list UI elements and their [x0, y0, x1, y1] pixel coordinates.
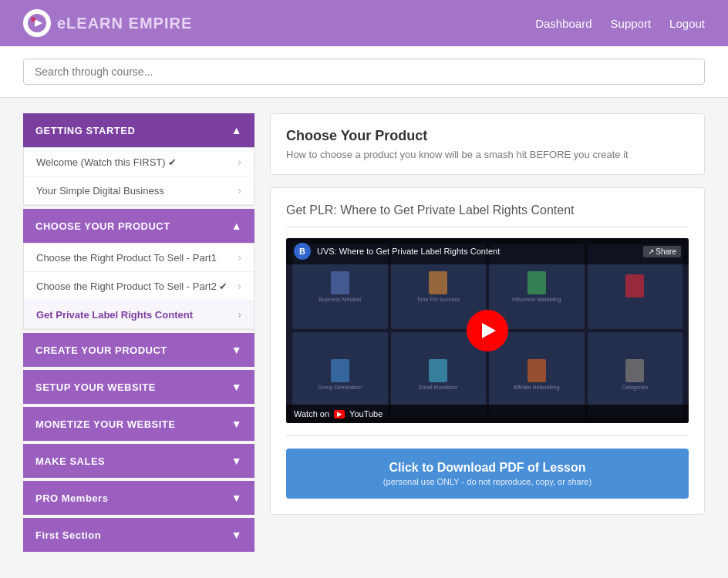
chevron-down-icon: ▼ — [231, 492, 242, 504]
sidebar: GETTING STARTED ▲ Welcome (Watch this FI… — [23, 113, 254, 552]
play-button[interactable] — [467, 310, 508, 351]
sidebar-getting-started-items: Welcome (Watch this FIRST) ✔ › Your Simp… — [23, 147, 254, 206]
download-pdf-button[interactable]: Click to Download PDF of Lesson (persona… — [286, 449, 689, 499]
chevron-right-icon: › — [238, 308, 241, 321]
content-card: Get PLR: Where to Get Private Label Righ… — [270, 187, 705, 515]
sidebar-item-product-part1[interactable]: Choose the Right Product To Sell - Part1… — [24, 244, 254, 272]
search-area — [0, 46, 728, 98]
chevron-right-icon: › — [238, 251, 241, 264]
chevron-right-icon: › — [238, 184, 241, 197]
sidebar-section-monetize[interactable]: MONETIZE YOUR WEBSITE ▼ — [23, 407, 254, 441]
logo-area: eLEARN EMPIRE — [23, 9, 192, 37]
sidebar-section-first-section[interactable]: First Section ▼ — [23, 518, 254, 552]
video-top-title: UVS: Where to Get Private Label Rights C… — [317, 247, 500, 256]
video-title: Get PLR: Where to Get Private Label Righ… — [286, 203, 689, 217]
main-nav: Dashboard Support Logout — [535, 17, 705, 30]
video-bottom-bar: Watch on ▶ YouTube — [286, 405, 689, 423]
lesson-title: Choose Your Product — [286, 128, 689, 144]
channel-badge: B — [294, 243, 311, 260]
sidebar-section-choose-product[interactable]: CHOOSE YOUR PRODUCT ▲ — [23, 209, 254, 243]
play-triangle-icon — [482, 323, 496, 338]
main-layout: GETTING STARTED ▲ Welcome (Watch this FI… — [0, 98, 728, 567]
chevron-right-icon: › — [238, 156, 241, 168]
youtube-logo: ▶ — [334, 410, 345, 418]
nav-logout[interactable]: Logout — [669, 17, 705, 30]
main-content: Choose Your Product How to choose a prod… — [270, 113, 705, 552]
logo-text: eLEARN EMPIRE — [57, 15, 192, 32]
download-divider — [286, 435, 689, 436]
site-header: eLEARN EMPIRE Dashboard Support Logout — [0, 0, 728, 46]
sidebar-section-make-sales[interactable]: MAKE SALES ▼ — [23, 444, 254, 478]
nav-support[interactable]: Support — [611, 17, 652, 30]
sidebar-item-simple-digital-business[interactable]: Your Simple Digital Business › — [24, 176, 254, 205]
logo-icon — [23, 9, 51, 37]
video-divider — [286, 227, 689, 227]
sidebar-section-getting-started[interactable]: GETTING STARTED ▲ — [23, 113, 254, 147]
chevron-down-icon: ▼ — [231, 381, 242, 393]
chevron-up-icon: ▲ — [231, 220, 242, 232]
lesson-subtitle: How to choose a product you know will be… — [286, 149, 689, 160]
sidebar-section-create-product[interactable]: CREATE YOUR PRODUCT ▼ — [23, 333, 254, 367]
svg-point-2 — [31, 17, 35, 22]
search-input[interactable] — [23, 59, 705, 85]
watch-on-youtube[interactable]: Watch on ▶ YouTube — [294, 409, 383, 418]
video-top-bar: B UVS: Where to Get Private Label Rights… — [286, 238, 689, 264]
sidebar-section-pro-members[interactable]: PRO Members ▼ — [23, 481, 254, 515]
sidebar-item-plr-content[interactable]: Get Private Label Rights Content › — [24, 301, 254, 329]
nav-dashboard[interactable]: Dashboard — [535, 17, 592, 30]
sidebar-item-welcome[interactable]: Welcome (Watch this FIRST) ✔ › — [24, 148, 254, 176]
chevron-right-icon: › — [238, 280, 241, 292]
chevron-down-icon: ▼ — [231, 529, 242, 541]
chevron-down-icon: ▼ — [231, 418, 242, 430]
sidebar-section-setup-website[interactable]: SETUP YOUR WEBSITE ▼ — [23, 370, 254, 404]
chevron-down-icon: ▼ — [231, 344, 242, 356]
chevron-down-icon: ▼ — [231, 455, 242, 467]
video-thumbnail[interactable]: Business Mindset Time For Success Influe… — [286, 238, 689, 423]
chevron-up-icon: ▲ — [231, 124, 242, 136]
lesson-header-card: Choose Your Product How to choose a prod… — [270, 113, 705, 175]
sidebar-item-product-part2[interactable]: Choose the Right Product To Sell - Part2… — [24, 272, 254, 301]
share-icon[interactable]: ↗ Share — [643, 246, 681, 257]
sidebar-choose-product-items: Choose the Right Product To Sell - Part1… — [23, 243, 254, 330]
